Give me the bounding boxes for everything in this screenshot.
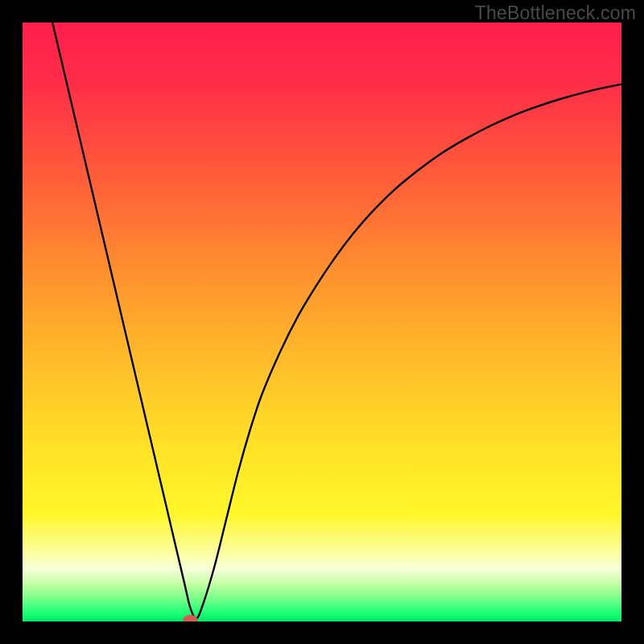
plot-area (23, 23, 621, 621)
watermark-text: TheBottleneck.com (475, 2, 636, 24)
chart-svg (23, 23, 621, 621)
gradient-background (23, 23, 621, 621)
chart-frame: TheBottleneck.com (0, 0, 644, 644)
